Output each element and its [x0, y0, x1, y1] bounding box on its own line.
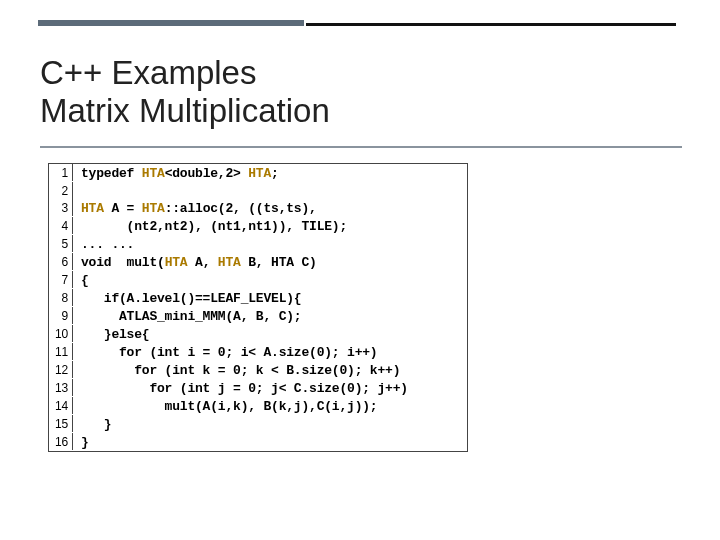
- code-text: [73, 182, 87, 185]
- code-text: typedef HTA<double,2> HTA;: [73, 164, 285, 182]
- code-text: mult(A(i,k), B(k,j),C(i,j));: [73, 397, 383, 415]
- title-line-2: Matrix Multiplication: [40, 92, 330, 129]
- code-text: {: [73, 271, 95, 289]
- code-row: 16}: [49, 433, 467, 451]
- line-number: 12: [49, 361, 73, 378]
- code-row: 10 }else{: [49, 325, 467, 343]
- keyword-hta: HTA: [142, 201, 165, 216]
- code-row: 9 ATLAS_mini_MMM(A, B, C);: [49, 307, 467, 325]
- line-number: 10: [49, 325, 73, 342]
- code-text: HTA A = HTA::alloc(2, ((ts,ts),: [73, 199, 323, 217]
- code-text: }: [73, 415, 117, 433]
- code-row: 15 }: [49, 415, 467, 433]
- line-number: 2: [49, 182, 73, 199]
- code-row: 3HTA A = HTA::alloc(2, ((ts,ts),: [49, 199, 467, 217]
- line-number: 9: [49, 307, 73, 324]
- line-number: 7: [49, 271, 73, 288]
- line-number: 16: [49, 433, 73, 450]
- code-text: }else{: [73, 325, 155, 343]
- line-number: 1: [49, 164, 73, 181]
- line-number: 13: [49, 379, 73, 396]
- line-number: 11: [49, 343, 73, 360]
- code-row: 7{: [49, 271, 467, 289]
- code-row: 14 mult(A(i,k), B(k,j),C(i,j));: [49, 397, 467, 415]
- code-listing: 1typedef HTA<double,2> HTA;23HTA A = HTA…: [48, 163, 468, 452]
- code-row: 6void mult(HTA A, HTA B, HTA C): [49, 253, 467, 271]
- slide: C++ Examples Matrix Multiplication 1type…: [0, 0, 720, 540]
- code-row: 4 (nt2,nt2), (nt1,nt1)), TILE);: [49, 217, 467, 235]
- code-text: ATLAS_mini_MMM(A, B, C);: [73, 307, 307, 325]
- line-number: 3: [49, 199, 73, 216]
- code-row: 13 for (int j = 0; j< C.size(0); j++): [49, 379, 467, 397]
- line-number: 8: [49, 289, 73, 306]
- code-text: for (int i = 0; i< A.size(0); i++): [73, 343, 383, 361]
- title-line-1: C++ Examples: [40, 54, 256, 91]
- accent-bar-left: [38, 20, 304, 26]
- code-text: (nt2,nt2), (nt1,nt1)), TILE);: [73, 217, 353, 235]
- line-number: 4: [49, 217, 73, 234]
- line-number: 5: [49, 235, 73, 252]
- code-text: ... ...: [73, 235, 140, 253]
- line-number: 14: [49, 397, 73, 414]
- code-text: if(A.level()==LEAF_LEVEL){: [73, 289, 307, 307]
- keyword-hta: HTA: [142, 166, 165, 181]
- code-row: 11 for (int i = 0; i< A.size(0); i++): [49, 343, 467, 361]
- code-row: 1typedef HTA<double,2> HTA;: [49, 164, 467, 182]
- keyword-hta: HTA: [218, 255, 241, 270]
- keyword-hta: HTA: [248, 166, 271, 181]
- code-row: 12 for (int k = 0; k < B.size(0); k++): [49, 361, 467, 379]
- keyword-hta: HTA: [81, 201, 104, 216]
- keyword-hta: HTA: [165, 255, 188, 270]
- title-underline: [40, 146, 682, 148]
- slide-title: C++ Examples Matrix Multiplication: [40, 54, 680, 130]
- code-row: 2: [49, 182, 467, 199]
- code-text: for (int j = 0; j< C.size(0); j++): [73, 379, 414, 397]
- code-row: 8 if(A.level()==LEAF_LEVEL){: [49, 289, 467, 307]
- code-text: for (int k = 0; k < B.size(0); k++): [73, 361, 406, 379]
- code-text: void mult(HTA A, HTA B, HTA C): [73, 253, 323, 271]
- accent-bar-right: [306, 23, 676, 26]
- line-number: 6: [49, 253, 73, 270]
- code-text: }: [73, 433, 95, 451]
- line-number: 15: [49, 415, 73, 432]
- code-row: 5... ...: [49, 235, 467, 253]
